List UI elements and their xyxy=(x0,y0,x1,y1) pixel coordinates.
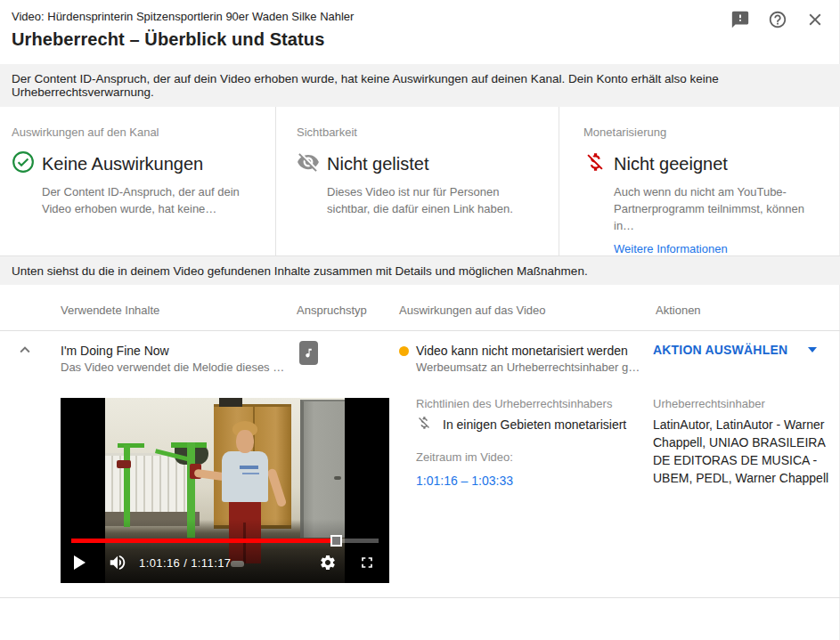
select-action-button[interactable]: AKTION AUSWÄHLEN xyxy=(653,343,817,357)
door xyxy=(300,400,345,538)
column-header-actions: Aktionen xyxy=(656,304,701,317)
card-label: Auswirkungen auf den Kanal xyxy=(12,126,266,139)
settings-gear-icon[interactable] xyxy=(319,554,337,571)
card-heading: Nicht gelistet xyxy=(327,154,429,174)
column-header-content: Verwendete Inhalte xyxy=(61,304,159,317)
card-heading: Nicht geeignet xyxy=(614,154,728,174)
column-header-claim-type: Anspruchstyp xyxy=(297,304,367,317)
player-time-display: 1:01:16 / 1:11:17 xyxy=(139,556,231,570)
table-intro-bar: Unten siehst du die in deinem Video gefu… xyxy=(0,256,840,285)
close-icon[interactable] xyxy=(801,5,829,34)
chevron-down-icon xyxy=(808,347,817,352)
card-channel-impact: Auswirkungen auf den Kanal Keine Auswirk… xyxy=(0,107,276,255)
dialog-header: Video: Hürdensprinterin Spitzensportleri… xyxy=(0,0,840,64)
timeframe-label: Zeitraum im Video: xyxy=(416,450,513,464)
copyright-owner-label: Urheberrechtsinhaber xyxy=(653,397,765,410)
door-handle xyxy=(334,476,341,480)
gym-machine xyxy=(124,445,130,527)
card-description: Auch wenn du nicht am YouTube-Partnerpro… xyxy=(614,183,826,234)
card-description: Der Content ID-Anspruch, der auf dein Vi… xyxy=(42,183,254,217)
copyright-dialog: Video: Hürdensprinterin Spitzensportleri… xyxy=(0,0,840,640)
person-shirt xyxy=(222,451,268,502)
card-label: Monetarisierung xyxy=(583,126,831,139)
shirt-print xyxy=(240,466,258,469)
help-icon[interactable] xyxy=(763,5,792,34)
eye-off-icon xyxy=(297,150,320,177)
card-description: Dieses Video ist nur für Personen sichtb… xyxy=(327,183,539,217)
seek-bar-progress xyxy=(71,539,336,543)
check-circle-icon xyxy=(12,150,35,177)
policy-label: Richtlinien des Urheberrechtsinhabers xyxy=(416,397,612,410)
money-off-icon xyxy=(583,150,607,177)
play-icon[interactable] xyxy=(74,555,86,570)
chevron-up-icon xyxy=(15,340,35,363)
card-monetization: Monetarisierung Nicht geeignet Auch wenn… xyxy=(559,107,840,255)
card-visibility: Sichtbarkeit Nicht gelistet Dieses Video… xyxy=(276,107,559,255)
notice-text: Der Content ID-Anspruch, der auf dein Vi… xyxy=(12,72,828,99)
music-note-icon xyxy=(299,341,318,365)
policy-row: In einigen Gebieten monetarisiert xyxy=(416,415,626,433)
policy-value: In einigen Gebieten monetarisiert xyxy=(443,417,626,432)
header-actions xyxy=(726,5,829,34)
fullscreen-icon[interactable] xyxy=(358,554,376,571)
copyright-owner-value: LatinAutor, LatinAutor - Warner Chappell… xyxy=(653,416,829,487)
card-label: Sichtbarkeit xyxy=(297,126,550,139)
seek-scrubber[interactable] xyxy=(330,535,342,547)
timeframe-link[interactable]: 1:01:16 – 1:03:33 xyxy=(416,474,513,488)
summary-cards: Auswirkungen auf den Kanal Keine Auswirk… xyxy=(0,107,840,256)
claimed-song-title: I'm Doing Fine Now xyxy=(61,344,169,358)
person-face xyxy=(236,430,254,453)
card-heading: Keine Auswirkungen xyxy=(42,154,203,174)
gym-machine-pad xyxy=(117,460,131,468)
gym-machine xyxy=(118,443,144,448)
claims-table-header: Verwendete Inhalte Anspruchstyp Auswirku… xyxy=(0,285,840,331)
table-intro-text: Unten siehst du die in deinem Video gefu… xyxy=(12,264,588,278)
page-title: Urheberrecht – Überblick und Status xyxy=(12,29,826,50)
select-action-label: AKTION AUSWÄHLEN xyxy=(653,343,787,357)
impact-subtitle: Werbeumsatz an Urheberrechtsinhaber g… xyxy=(416,361,640,374)
video-player[interactable]: 1:01:16 / 1:11:17 xyxy=(61,398,389,583)
column-header-impact: Auswirkungen auf das Video xyxy=(399,304,546,317)
volume-icon[interactable] xyxy=(108,553,127,572)
player-controls: 1:01:16 / 1:11:17 xyxy=(61,547,389,579)
collapse-row-button[interactable] xyxy=(12,338,38,365)
more-info-link[interactable]: Weitere Informationen xyxy=(614,242,728,255)
claimed-song-subtitle: Das Video verwendet die Melodie dieses … xyxy=(61,361,284,374)
money-off-small-icon xyxy=(416,415,432,433)
warning-status-dot xyxy=(399,346,409,356)
channel-impact-notice: Der Content ID-Anspruch, der auf dein Vi… xyxy=(0,64,840,107)
video-name-label: Video: Hürdensprinterin Spitzensportleri… xyxy=(12,10,826,23)
claim-row: I'm Doing Fine Now Das Video verwendet d… xyxy=(0,331,840,598)
feedback-icon[interactable] xyxy=(726,5,754,34)
impact-title: Video kann nicht monetarisiert werden xyxy=(416,344,628,358)
box-on-wardrobe xyxy=(219,398,242,407)
seek-bar[interactable] xyxy=(71,539,379,543)
